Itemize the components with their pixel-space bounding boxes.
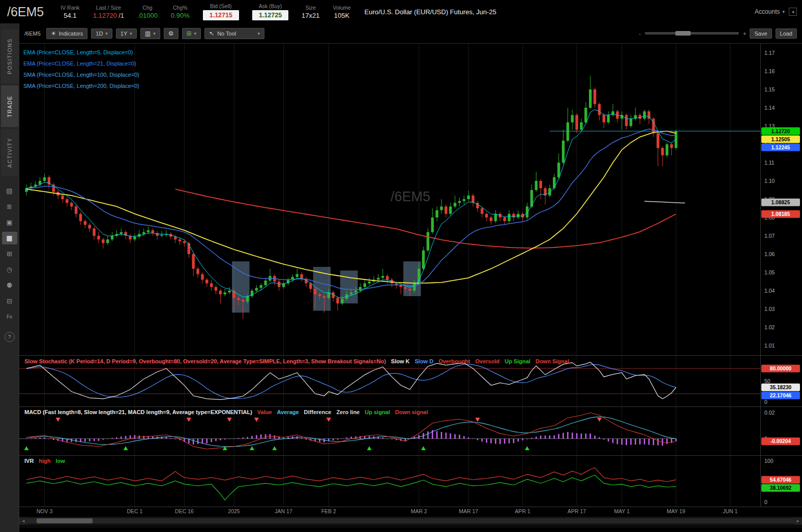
up-signal-arrow	[24, 446, 29, 450]
range-dropdown[interactable]: 1Y ▾	[116, 28, 137, 39]
bid-label: Bid (Sell)	[210, 3, 232, 9]
svg-text:1.11: 1.11	[764, 160, 775, 166]
fx-icon[interactable]: Fx	[2, 310, 17, 323]
chart-canvas[interactable]: /6EM51.171.161.151.141.131.121.111.101.0…	[19, 44, 802, 507]
overlay-label[interactable]: SMA (Price=CLOSE, Length=100, Displace=0…	[23, 69, 139, 80]
calendar-icon[interactable]: ▣	[2, 216, 17, 229]
zoom-slider[interactable]	[645, 32, 739, 35]
bid-field: Bid (Sell) 1.12715	[203, 3, 239, 20]
stoch-study-label[interactable]: Slow Stochastic (K Period=14, D Period=9…	[24, 358, 569, 364]
grid-icon[interactable]: ⊞	[2, 247, 17, 260]
sidebar-icon-stack: ▤ ≣ ▣ ▦ ⊞ ◷ ⚉ ⊟ Fx ?	[2, 183, 17, 343]
load-button[interactable]: Load	[776, 28, 797, 39]
sidebar-tab-trade[interactable]: TRADE	[1, 85, 18, 127]
svg-text:1.04: 1.04	[764, 288, 775, 294]
svg-text:0: 0	[764, 399, 767, 405]
timeframe-dropdown[interactable]: 1D ▾	[91, 28, 112, 39]
svg-text:35.18230: 35.18230	[770, 385, 792, 390]
svg-text:1.14: 1.14	[764, 105, 775, 111]
time-axis-label: APR 1	[515, 508, 530, 514]
timeframe-value: 1D	[96, 30, 103, 37]
svg-text:1.03: 1.03	[764, 306, 775, 312]
chart-area: /6EM51.171.161.151.141.131.121.111.101.0…	[19, 44, 802, 507]
ask-label: Ask (Buy)	[259, 3, 282, 9]
svg-text:22.17046: 22.17046	[770, 393, 792, 398]
chevron-down-icon: ▾	[258, 31, 260, 36]
zoom-in-button[interactable]: +	[743, 30, 746, 37]
chevron-down-icon: ▾	[130, 31, 132, 36]
sidebar-tab-positions[interactable]: POSITIONS	[1, 29, 18, 83]
volume-profile-zone	[340, 270, 358, 303]
svg-text:1.17: 1.17	[764, 50, 775, 56]
symbol-title: /6EM5	[7, 5, 44, 19]
overlay-label[interactable]: EMA (Price=CLOSE, Length=5, Displace=0)	[23, 47, 139, 58]
archive-icon[interactable]: ⊟	[2, 295, 17, 307]
chg-field: Chg .01000	[137, 5, 158, 19]
size-label: Size	[306, 5, 316, 11]
macd-study-label[interactable]: MACD (Fast length=8, Slow length=21, MAC…	[24, 409, 428, 415]
ask-button[interactable]: 1.12725	[252, 10, 288, 20]
scrollbar-track[interactable]	[27, 518, 794, 523]
chart-scrollbar[interactable]: ◂ ▸	[19, 517, 802, 525]
scrollbar-thumb[interactable]	[37, 518, 93, 523]
overlay-label[interactable]: SMA (Price=CLOSE, Length=200, Displace=0…	[23, 80, 139, 91]
people-icon[interactable]: ⚉	[2, 279, 17, 292]
macd-value-line	[26, 413, 676, 449]
slow-k-line	[26, 362, 676, 400]
sidebar-tab-activity[interactable]: ACTIVITY	[1, 129, 18, 176]
tool-label: No Tool	[217, 30, 236, 37]
ema5-line	[26, 110, 676, 298]
up-signal-arrow	[525, 446, 529, 450]
price-axis[interactable]: 1.171.161.151.141.131.121.111.101.091.08…	[764, 50, 775, 505]
legend-item: Slow K	[391, 358, 410, 364]
zoom-out-button[interactable]: -	[639, 30, 641, 37]
orders-list-icon[interactable]: ≣	[2, 200, 17, 213]
clock-icon[interactable]: ◷	[2, 263, 17, 276]
iv-rank-field: IV Rank 54.1	[61, 5, 79, 19]
chg-label: Chg	[142, 5, 152, 11]
svg-text:1.12245: 1.12245	[771, 145, 790, 150]
bid-button[interactable]: 1.12715	[203, 10, 239, 20]
legend-item: Value	[257, 409, 272, 415]
chart-icon[interactable]: ▦	[2, 232, 17, 244]
time-axis-label: FEB 2	[321, 508, 336, 514]
layout-dropdown[interactable]: ⊞ ▾	[182, 28, 201, 39]
ivr-legend: highlow	[39, 458, 65, 464]
volume-profile-zone	[232, 261, 250, 312]
scroll-right-icon[interactable]: ▸	[794, 518, 802, 524]
stoch-title[interactable]: Slow Stochastic (K Period=14, D Period=9…	[24, 358, 386, 364]
sidebar: POSITIONS TRADE ACTIVITY ▤ ≣ ▣ ▦ ⊞ ◷ ⚉ ⊟…	[0, 23, 19, 532]
help-icon[interactable]: ?	[5, 332, 15, 342]
chart-settings-button[interactable]: ⚙	[164, 28, 179, 39]
chart-type-icon: ▥	[145, 30, 151, 37]
ivr-title[interactable]: IVR	[24, 458, 34, 464]
indicators-button[interactable]: ☀ Indicators	[46, 28, 87, 39]
scroll-left-icon[interactable]: ◂	[19, 518, 27, 524]
svg-text:100: 100	[764, 458, 774, 464]
chart-type-dropdown[interactable]: ▥ ▾	[140, 28, 160, 39]
chevron-down-icon: ▾	[105, 31, 108, 36]
chg-pct-field: Chg% 0.90%	[171, 5, 190, 19]
time-axis-label: NOV 3	[37, 508, 53, 514]
svg-text:1.15: 1.15	[764, 86, 775, 92]
volume-label: Volume	[333, 5, 351, 11]
time-axis-label: APR 17	[568, 508, 586, 514]
time-axis[interactable]: NOV 3DEC 1DEC 162025JAN 17FEB 2MAR 2MAR …	[19, 507, 802, 516]
accounts-dropdown[interactable]: Accounts ▾	[751, 6, 789, 17]
down-signal-arrow	[597, 418, 602, 422]
sma100-line	[26, 131, 676, 283]
time-axis-label: MAR 17	[459, 508, 478, 514]
macd-title[interactable]: MACD (Fast length=8, Slow length=21, MAC…	[24, 409, 252, 415]
zoom-control: - +	[639, 30, 746, 37]
monitor-icon[interactable]: ▤	[2, 184, 17, 197]
svg-text:0: 0	[764, 499, 767, 505]
svg-text:1.08185: 1.08185	[771, 211, 790, 217]
ivr-study-label[interactable]: IVR highlow	[24, 458, 65, 464]
drawing-tool-dropdown[interactable]: ↖ No Tool ▾	[204, 28, 264, 39]
overlay-label[interactable]: EMA (Price=CLOSE, Length=21, Displace=0)	[23, 58, 139, 69]
zoom-slider-thumb[interactable]	[675, 31, 691, 36]
svg-text:80.00000: 80.00000	[770, 366, 792, 371]
save-button[interactable]: Save	[750, 28, 771, 39]
collapse-icon[interactable]: ◂	[789, 8, 797, 16]
volume-value: 105K	[334, 12, 349, 19]
